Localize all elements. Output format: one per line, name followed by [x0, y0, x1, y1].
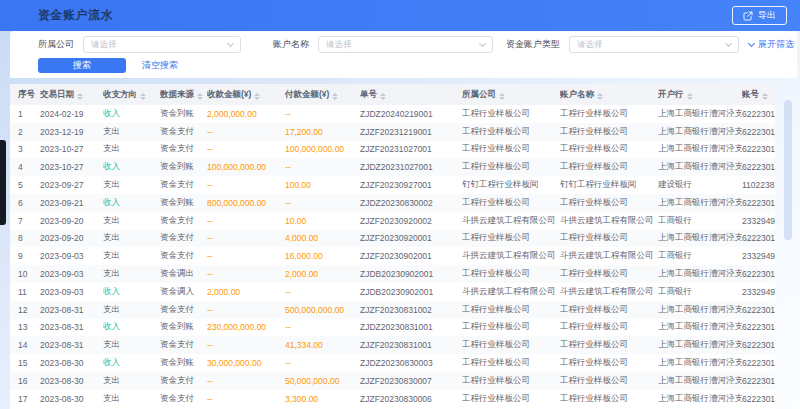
cell-bank: 上海工商银行漕河泾支行	[658, 123, 742, 141]
cell-order: ZJDZ20240219001	[360, 105, 462, 123]
chevron-down-icon	[748, 40, 755, 47]
cell-date: 2023-09-20	[40, 212, 103, 230]
cell-receipt: --	[207, 212, 285, 230]
cell-no: 12	[10, 301, 40, 319]
column-header-5[interactable]: 付款金额(¥)	[285, 84, 360, 105]
column-header-10[interactable]: 账号	[742, 84, 775, 105]
table-row: 142023-08-31支出资金支付--41,334.00ZJZF2023083…	[10, 336, 775, 354]
column-header-1[interactable]: 交易日期	[40, 84, 103, 105]
cell-order: ZJDZ20230830002	[360, 194, 462, 212]
cell-payment: 17,200.00	[285, 123, 360, 141]
cell-payment: --	[285, 105, 360, 123]
cell-receipt: 2,000.00	[207, 283, 285, 301]
cell-company: 斗拱云建筑工程有限公司	[462, 212, 560, 230]
table-header-row: 序号交易日期收支方向数据来源收款金额(¥)付款金额(¥)单号所属公司账户名称开户…	[10, 84, 775, 105]
cell-number: 622230111	[742, 158, 775, 176]
cell-company: 工程行业样板公司	[462, 141, 560, 159]
filter-label: 所属公司	[38, 38, 74, 51]
cell-direction: 支出	[103, 176, 160, 194]
search-button[interactable]: 搜索	[38, 58, 126, 73]
cell-number: 622230111	[742, 105, 775, 123]
cell-number: 622230111	[742, 390, 775, 408]
chevron-down-icon	[227, 40, 234, 47]
column-header-6[interactable]: 单号	[360, 84, 462, 105]
cell-payment: 41,334.00	[285, 336, 360, 354]
cell-company: 工程行业样板公司	[462, 105, 560, 123]
cell-bank: 建设银行	[658, 176, 742, 194]
flow-table: 序号交易日期收支方向数据来源收款金额(¥)付款金额(¥)单号所属公司账户名称开户…	[10, 84, 775, 408]
cell-bank: 上海工商银行漕河泾支行	[658, 319, 742, 337]
table-row: 172023-08-30支出资金支付--3,300.00ZJZF20230830…	[10, 390, 775, 408]
cell-account: 工程行业样板公司	[560, 354, 658, 372]
filter-group-0: 所属公司请选择	[38, 36, 241, 53]
cell-no: 16	[10, 372, 40, 390]
sort-desc-caret	[762, 97, 768, 100]
cell-number: 233294994	[742, 283, 775, 301]
cell-account: 工程行业样板公司	[560, 194, 658, 212]
filter-select-1[interactable]: 请选择	[318, 36, 493, 53]
sort-icon	[332, 93, 338, 100]
cell-source: 资金到账	[160, 105, 207, 123]
column-header-8[interactable]: 账户名称	[560, 84, 658, 105]
cell-receipt: --	[207, 247, 285, 265]
cell-bank: 上海工商银行漕河泾支行	[658, 301, 742, 319]
cell-source: 资金支付	[160, 336, 207, 354]
cell-direction: 支出	[103, 336, 160, 354]
scrollbar-thumb[interactable]	[784, 100, 792, 240]
column-header-3[interactable]: 数据来源	[160, 84, 207, 105]
filter-label: 账户名称	[273, 38, 309, 51]
cell-order: ZJDZ20230830003	[360, 354, 462, 372]
column-header-7[interactable]: 所属公司	[462, 84, 560, 105]
cell-no: 5	[10, 176, 40, 194]
column-header-2[interactable]: 收支方向	[103, 84, 160, 105]
cell-receipt: 30,000,000.00	[207, 354, 285, 372]
cell-source: 资金调入	[160, 283, 207, 301]
cell-no: 9	[10, 247, 40, 265]
column-header-9[interactable]: 开户行	[658, 84, 742, 105]
sort-asc-caret	[499, 93, 505, 96]
filter-select-0[interactable]: 请选择	[83, 36, 241, 53]
cell-number: 233294994	[742, 247, 775, 265]
sort-asc-caret	[140, 93, 146, 96]
cell-direction: 收入	[103, 194, 160, 212]
cell-account: 工程行业样板公司	[560, 336, 658, 354]
cell-order: ZJDZ20231027001	[360, 158, 462, 176]
column-header-0: 序号	[10, 84, 40, 105]
clear-search-link[interactable]: 清空搜索	[142, 59, 178, 72]
cell-no: 1	[10, 105, 40, 123]
cell-order: ZJZF20231219001	[360, 123, 462, 141]
export-button[interactable]: 导出	[732, 6, 787, 25]
cell-date: 2023-08-30	[40, 354, 103, 372]
cell-date: 2023-09-20	[40, 230, 103, 248]
cell-number: 622230111	[742, 265, 775, 283]
sort-icon	[140, 93, 146, 100]
cell-no: 17	[10, 390, 40, 408]
cell-date: 2023-10-27	[40, 141, 103, 159]
cell-direction: 支出	[103, 123, 160, 141]
cell-bank: 上海工商银行漕河泾支行	[658, 265, 742, 283]
expand-filters-link[interactable]: 展开筛选	[749, 38, 794, 51]
cell-company: 工程行业样板公司	[462, 265, 560, 283]
cell-receipt: --	[207, 372, 285, 390]
cell-receipt: --	[207, 336, 285, 354]
cell-company: 工程行业样板公司	[462, 230, 560, 248]
cell-company: 工程行业样板公司	[462, 390, 560, 408]
cell-no: 11	[10, 283, 40, 301]
cell-source: 资金支付	[160, 390, 207, 408]
filter-select-2[interactable]: 请选择	[569, 36, 739, 53]
cell-receipt: --	[207, 141, 285, 159]
column-header-4[interactable]: 收款金额(¥)	[207, 84, 285, 105]
cell-account: 斗拱云建筑工程有限公司	[560, 212, 658, 230]
cell-bank: 上海工商银行漕河泾支行	[658, 194, 742, 212]
cell-order: ZJDB20230902001	[360, 265, 462, 283]
filter-group-1: 账户名称请选择	[273, 36, 493, 53]
cell-direction: 支出	[103, 265, 160, 283]
cell-order: ZJZF20230920002	[360, 212, 462, 230]
cell-no: 3	[10, 141, 40, 159]
cell-source: 资金到账	[160, 319, 207, 337]
cell-order: ZJDZ20230831001	[360, 319, 462, 337]
sort-asc-caret	[77, 93, 83, 96]
cell-source: 资金调出	[160, 265, 207, 283]
filter-panel: 所属公司请选择账户名称请选择资金账户类型请选择展开筛选 搜索 清空搜索	[10, 31, 797, 78]
select-placeholder: 请选择	[577, 39, 603, 51]
